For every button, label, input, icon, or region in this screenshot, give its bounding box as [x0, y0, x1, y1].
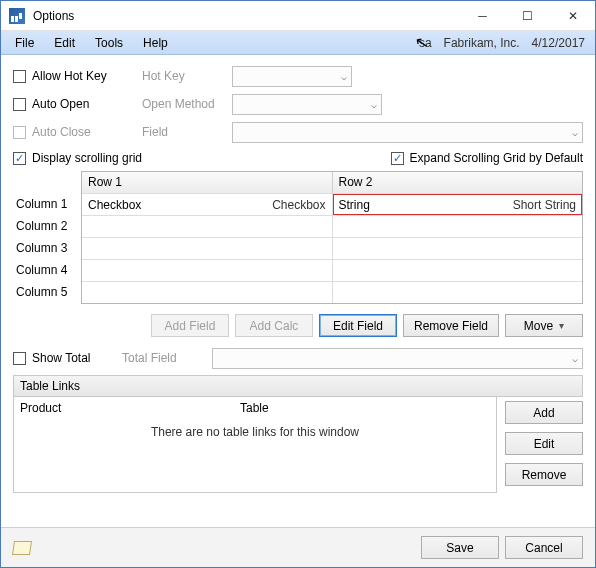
grid-cell[interactable]	[333, 216, 583, 237]
links-empty-text: There are no table links for this window	[14, 425, 496, 439]
grid-row-label: Column 4	[13, 259, 81, 281]
hot-key-combo[interactable]: ⌵	[232, 66, 352, 87]
menu-bar: File Edit Tools Help sa Fabrikam, Inc. 4…	[1, 31, 595, 55]
add-field-button: Add Field	[151, 314, 229, 337]
status-company: Fabrikam, Inc.	[438, 36, 526, 50]
auto-open-label: Auto Open	[32, 97, 142, 111]
table-links-list[interactable]: Product Table There are no table links f…	[13, 397, 497, 493]
grid-cell[interactable]	[333, 238, 583, 259]
cancel-button[interactable]: Cancel	[505, 536, 583, 559]
chevron-down-icon: ⌵	[371, 99, 377, 110]
grid: Column 1 Column 2 Column 3 Column 4 Colu…	[13, 171, 583, 304]
allow-hot-key-label: Allow Hot Key	[32, 69, 142, 83]
menu-edit[interactable]: Edit	[44, 33, 85, 53]
grid-cell[interactable]: Checkbox Checkbox	[82, 194, 333, 215]
hot-key-field-label: Hot Key	[142, 69, 232, 83]
grid-row-label: Column 1	[13, 193, 81, 215]
note-icon[interactable]	[12, 541, 32, 555]
grid-cell[interactable]	[82, 238, 333, 259]
auto-open-checkbox[interactable]	[13, 98, 26, 111]
cell-right: Checkbox	[272, 198, 325, 212]
grid-cell[interactable]	[82, 260, 333, 281]
chevron-down-icon: ⌵	[572, 353, 578, 364]
table-links-header: Table Links	[13, 375, 583, 397]
show-total-checkbox[interactable]	[13, 352, 26, 365]
close-button[interactable]: ✕	[550, 1, 595, 31]
field-label: Field	[142, 125, 232, 139]
maximize-button[interactable]: ☐	[505, 1, 550, 31]
expand-scrolling-label: Expand Scrolling Grid by Default	[410, 151, 583, 165]
total-field-label: Total Field	[122, 351, 212, 365]
remove-link-button[interactable]: Remove	[505, 463, 583, 486]
cell-left: Checkbox	[88, 198, 272, 212]
window-title: Options	[33, 9, 460, 23]
open-method-combo[interactable]: ⌵	[232, 94, 382, 115]
total-field-combo[interactable]: ⌵	[212, 348, 583, 369]
menu-help[interactable]: Help	[133, 33, 178, 53]
grid-row-label: Column 5	[13, 281, 81, 303]
grid-cell[interactable]	[82, 216, 333, 237]
status-user: sa	[413, 36, 438, 50]
display-scrolling-label: Display scrolling grid	[32, 151, 142, 165]
add-calc-button: Add Calc	[235, 314, 313, 337]
grid-cell[interactable]	[333, 260, 583, 281]
app-icon	[9, 8, 25, 24]
add-link-button[interactable]: Add	[505, 401, 583, 424]
auto-close-label: Auto Close	[32, 125, 142, 139]
display-scrolling-checkbox[interactable]	[13, 152, 26, 165]
edit-field-button[interactable]: Edit Field	[319, 314, 397, 337]
title-bar: Options ─ ☐ ✕	[1, 1, 595, 31]
field-combo[interactable]: ⌵	[232, 122, 583, 143]
allow-hot-key-checkbox[interactable]	[13, 70, 26, 83]
open-method-label: Open Method	[142, 97, 232, 111]
show-total-label: Show Total	[32, 351, 122, 365]
grid-cell[interactable]	[333, 282, 583, 303]
links-col-product: Product	[20, 401, 240, 415]
minimize-button[interactable]: ─	[460, 1, 505, 31]
grid-cell-selected[interactable]: String Short String	[333, 194, 583, 215]
chevron-down-icon: ⌵	[572, 127, 578, 138]
grid-cell[interactable]	[82, 282, 333, 303]
auto-close-checkbox	[13, 126, 26, 139]
cell-left: String	[339, 198, 513, 212]
cell-right: Short String	[513, 198, 576, 212]
chevron-down-icon: ⌵	[341, 71, 347, 82]
move-button[interactable]: Move	[505, 314, 583, 337]
grid-header-row1[interactable]: Row 1	[82, 172, 333, 193]
footer: Save Cancel	[1, 527, 595, 567]
links-col-table: Table	[240, 401, 269, 415]
menu-tools[interactable]: Tools	[85, 33, 133, 53]
remove-field-button[interactable]: Remove Field	[403, 314, 499, 337]
grid-row-label: Column 3	[13, 237, 81, 259]
grid-header-row2[interactable]: Row 2	[333, 172, 583, 193]
status-date: 4/12/2017	[526, 36, 591, 50]
save-button[interactable]: Save	[421, 536, 499, 559]
expand-scrolling-checkbox[interactable]	[391, 152, 404, 165]
edit-link-button[interactable]: Edit	[505, 432, 583, 455]
menu-file[interactable]: File	[5, 33, 44, 53]
grid-row-label: Column 2	[13, 215, 81, 237]
